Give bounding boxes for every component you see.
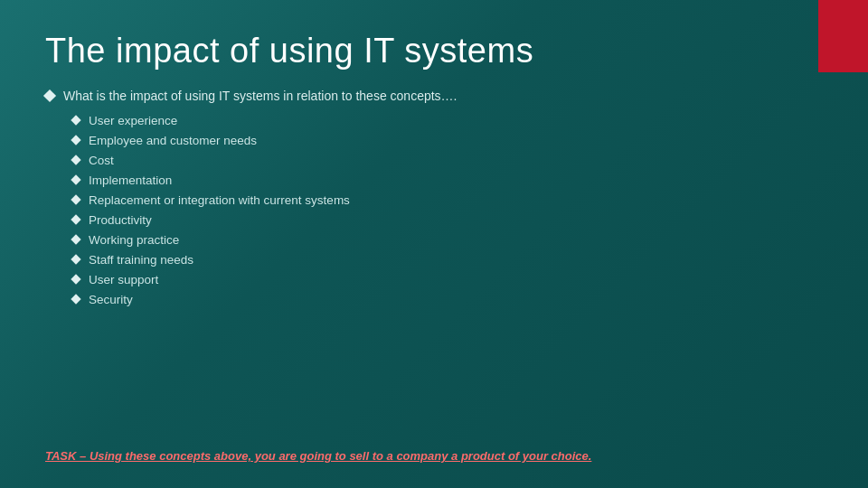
task-text: TASK – Using these concepts above, you a…	[45, 449, 591, 463]
list-item: User support	[72, 273, 823, 286]
diamond-icon	[71, 294, 80, 304]
list-item: Replacement or integration with current …	[72, 193, 823, 207]
diamond-icon	[71, 274, 80, 284]
list-item-label: Replacement or integration with current …	[89, 193, 350, 207]
list-item-label: User experience	[89, 114, 177, 127]
diamond-icon	[71, 174, 80, 184]
main-bullet: What is the impact of using IT systems i…	[45, 89, 823, 103]
diamond-icon	[71, 155, 80, 164]
diamond-icon	[71, 194, 80, 204]
list-item-label: Productivity	[89, 213, 152, 227]
diamond-icon	[71, 254, 80, 264]
list-item: Productivity	[72, 213, 823, 227]
list-item: Employee and customer needs	[72, 134, 823, 147]
list-item-label: Staff training needs	[89, 253, 193, 267]
main-bullet-text: What is the impact of using IT systems i…	[63, 89, 458, 103]
list-item: Working practice	[72, 233, 823, 247]
list-item: Cost	[72, 154, 823, 167]
diamond-icon	[71, 214, 80, 224]
slide-title: The impact of using IT systems	[45, 32, 823, 70]
list-item-label: Security	[89, 293, 133, 306]
list-item-label: Employee and customer needs	[89, 134, 257, 147]
list-item: Implementation	[72, 174, 823, 187]
diamond-icon	[71, 115, 80, 125]
sub-bullets-list: User experienceEmployee and customer nee…	[72, 114, 823, 306]
list-item: Security	[72, 293, 823, 306]
list-item-label: Implementation	[89, 174, 172, 187]
diamond-icon	[71, 234, 80, 244]
diamond-icon	[43, 89, 56, 102]
list-item-label: Cost	[89, 154, 114, 167]
list-item-label: Working practice	[89, 233, 179, 247]
red-rectangle	[818, 0, 868, 72]
list-item: Staff training needs	[72, 253, 823, 267]
slide: The impact of using IT systems What is t…	[0, 0, 868, 488]
list-item: User experience	[72, 114, 823, 127]
list-item-label: User support	[89, 273, 158, 286]
diamond-icon	[71, 135, 80, 145]
